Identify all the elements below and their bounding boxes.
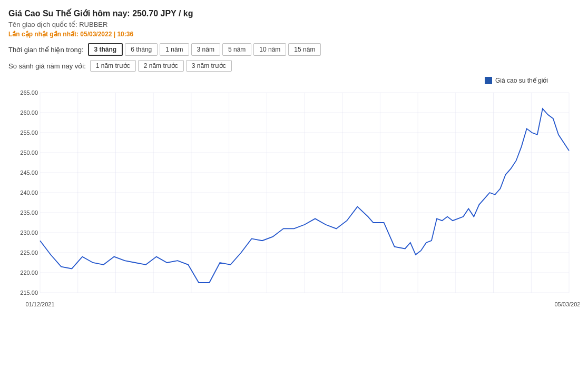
update-label: Lần cập nhật gần nhất: (8, 31, 79, 38)
time-filter-btn[interactable]: 1 năm (160, 43, 189, 56)
legend-label: Giá cao su thế giới (495, 77, 548, 84)
update-date-highlight: 05/03/2022 | 10:36 (80, 31, 133, 38)
compare-filter-btn[interactable]: 2 năm trước (138, 60, 184, 72)
time-filter-btn[interactable]: 5 năm (222, 43, 251, 56)
compare-filter-btn[interactable]: 3 năm trước (186, 60, 232, 72)
subtitle: Tên giao dịch quốc tế: RUBBER (8, 21, 580, 28)
time-filter-btn[interactable]: 6 tháng (125, 43, 158, 56)
legend-color-box (485, 77, 492, 84)
compare-filter-btn[interactable]: 1 năm trước (90, 60, 136, 72)
time-filter-btn[interactable]: 10 năm (253, 43, 286, 56)
time-filter-btn[interactable]: 15 năm (288, 43, 321, 56)
time-filter-btn[interactable]: 3 năm (191, 43, 220, 56)
price-chart (8, 77, 580, 308)
page-title: Giá Cao Su Thế Giới hôm nay: 250.70 JPY … (8, 8, 580, 18)
update-time: Lần cập nhật gần nhất: 05/03/2022 | 10:3… (8, 31, 580, 38)
legend: Giá cao su thế giới (485, 77, 548, 84)
time-filter-btn[interactable]: 3 tháng (88, 43, 123, 56)
chart-container: Giá cao su thế giới (8, 77, 580, 319)
time-filter-label: Thời gian thể hiện trong: (8, 46, 84, 54)
compare-label: So sánh giá năm nay với: (8, 62, 86, 70)
